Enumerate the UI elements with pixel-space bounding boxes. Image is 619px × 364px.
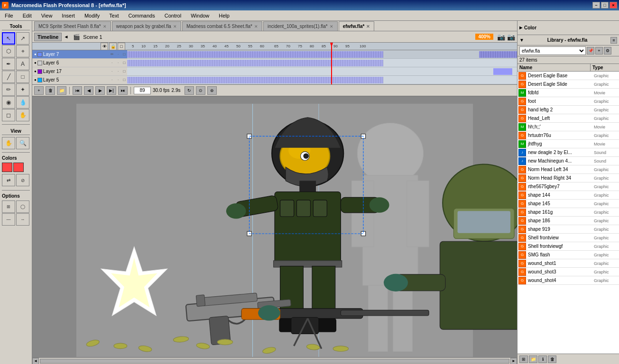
lib-item[interactable]: Ghand leftg 2Graphic bbox=[517, 106, 619, 114]
lock-column-header[interactable]: 🔒 bbox=[109, 43, 117, 50]
lib-item[interactable]: ♪new Machinegun 4...Sound bbox=[517, 157, 619, 165]
outline-column-header[interactable]: □ bbox=[118, 43, 125, 50]
lib-item[interactable]: Gwound_shot3Graphic bbox=[517, 268, 619, 276]
tab-close-efwfw[interactable]: ✕ bbox=[366, 24, 370, 29]
lib-item[interactable]: GSMG flashGraphic bbox=[517, 251, 619, 259]
menu-help[interactable]: Help bbox=[216, 12, 232, 19]
tab-close-mc9[interactable]: ✕ bbox=[103, 24, 107, 29]
lib-item[interactable]: GDesert Eagle SlideGraphic bbox=[517, 80, 619, 89]
snap-option[interactable]: ⊞ bbox=[2, 200, 15, 213]
frame-number-input[interactable]: 89 bbox=[134, 87, 151, 94]
brush-tool[interactable]: ✦ bbox=[16, 83, 29, 96]
pen-tool[interactable]: ✒ bbox=[2, 58, 15, 70]
menu-file[interactable]: File bbox=[2, 12, 16, 19]
layer-outline-17[interactable]: □ bbox=[121, 69, 127, 74]
lib-item[interactable]: MjhtfhygMovie bbox=[517, 140, 619, 148]
layer-row-5[interactable]: ● Layer 5 · · □ bbox=[32, 76, 127, 84]
lib-item[interactable]: ♪new deagle 2 by El...Sound bbox=[517, 148, 619, 157]
layer-outline-5[interactable]: □ bbox=[121, 77, 127, 83]
lib-new-symbol-button[interactable]: ⊞ bbox=[519, 355, 528, 363]
layer-visible-6[interactable]: · bbox=[109, 60, 115, 66]
menu-text[interactable]: Text bbox=[106, 12, 121, 19]
layer-visible-5[interactable]: · bbox=[109, 77, 115, 83]
menu-commands[interactable]: Commands bbox=[125, 12, 157, 19]
layer-lock-17[interactable]: · bbox=[115, 69, 121, 74]
lib-config-button[interactable]: ⚙ bbox=[604, 47, 611, 55]
pencil-tool[interactable]: ✏ bbox=[2, 83, 15, 96]
rect-tool[interactable]: □ bbox=[16, 71, 29, 83]
timeline-title[interactable]: Timeline bbox=[34, 33, 62, 41]
hand-tool[interactable]: ✋ bbox=[16, 109, 29, 121]
camera-icon1[interactable]: 📷 bbox=[497, 33, 505, 41]
fill-color[interactable] bbox=[13, 163, 24, 172]
layer-outline-7[interactable]: □ bbox=[121, 52, 127, 57]
eyedrop-tool[interactable]: 💧 bbox=[16, 96, 29, 109]
onion-skin-button[interactable]: ⊙ bbox=[196, 86, 205, 95]
frame-row-layer7[interactable] bbox=[127, 50, 517, 59]
scale-option[interactable]: ↔ bbox=[16, 213, 29, 226]
hand-view-tool[interactable]: ✋ bbox=[2, 137, 15, 149]
layer-lock-6[interactable]: · bbox=[115, 60, 121, 66]
add-folder-button[interactable]: 📁 bbox=[57, 86, 66, 95]
lib-item[interactable]: GShell frontviewgfGraphic bbox=[517, 242, 619, 251]
swap-colors[interactable]: ⇄ bbox=[2, 174, 15, 186]
lib-item[interactable]: Gwound_shot4Graphic bbox=[517, 276, 619, 285]
menu-insert[interactable]: Insert bbox=[59, 12, 78, 19]
camera-icon2[interactable]: 📷 bbox=[507, 33, 515, 41]
subselect-tool[interactable]: ↗ bbox=[16, 32, 29, 45]
lib-item[interactable]: GHead_LeftGraphic bbox=[517, 114, 619, 123]
lib-item[interactable]: Mhh;h;;'Movie bbox=[517, 123, 619, 131]
last-frame-button[interactable]: ⏭ bbox=[118, 86, 128, 95]
frame-row-layer17[interactable] bbox=[127, 67, 517, 76]
tab-weapon[interactable]: weapon pack by grabel.fla ✕ bbox=[112, 21, 181, 31]
layer-row-7[interactable]: ● Layer 7 ✏ · □ bbox=[32, 50, 127, 59]
free-transform-tool[interactable]: ⬡ bbox=[2, 45, 15, 57]
no-color[interactable]: ⊘ bbox=[16, 174, 29, 186]
prev-frame-button[interactable]: ◀ bbox=[84, 86, 93, 95]
hscroll-right[interactable]: ► bbox=[510, 358, 517, 364]
tab-madness[interactable]: Madness combat 6.5 Sheet.fla* ✕ bbox=[182, 21, 262, 31]
onion-outline-button[interactable]: ⊚ bbox=[207, 86, 217, 95]
zoom-tool[interactable]: 🔍 bbox=[16, 137, 29, 149]
loop-button[interactable]: ↻ bbox=[185, 86, 194, 95]
nav-left[interactable]: ◄ bbox=[64, 34, 68, 39]
library-arrow[interactable]: ▼ bbox=[519, 37, 524, 43]
lib-new-folder-button[interactable]: 📁 bbox=[529, 355, 537, 363]
first-frame-button[interactable]: ⏮ bbox=[73, 86, 82, 95]
close-button[interactable]: × bbox=[610, 2, 617, 9]
library-items[interactable]: GDesert Eagle BaseGraphicGDesert Eagle S… bbox=[517, 72, 619, 354]
maximize-button[interactable]: □ bbox=[601, 2, 609, 9]
color-arrow[interactable]: ▶ bbox=[519, 26, 522, 30]
line-tool[interactable]: ╱ bbox=[2, 71, 15, 83]
arrow-tool[interactable]: ↖ bbox=[2, 32, 15, 45]
lib-col-name-header[interactable]: Name bbox=[517, 64, 591, 71]
eye-column-header[interactable]: 👁 bbox=[101, 43, 108, 50]
lib-pin-button[interactable]: 📌 bbox=[587, 47, 594, 55]
straighten-option[interactable]: — bbox=[2, 213, 15, 226]
lib-item[interactable]: Gshape 919Graphic bbox=[517, 225, 619, 234]
menu-view[interactable]: View bbox=[38, 12, 55, 19]
layer-visible-7[interactable]: ✏ bbox=[109, 52, 115, 57]
layer-lock-7[interactable]: · bbox=[115, 52, 121, 57]
menu-control[interactable]: Control bbox=[162, 12, 184, 19]
layer-visible-17[interactable]: · bbox=[109, 69, 115, 74]
lib-item[interactable]: GNorm Head Left 34Graphic bbox=[517, 165, 619, 174]
stage-hscroll[interactable]: ◄ ► bbox=[32, 357, 517, 364]
lib-item[interactable]: Gshape 161gGraphic bbox=[517, 208, 619, 217]
lib-item[interactable]: Ghrtuutrr76uGraphic bbox=[517, 131, 619, 140]
frames-area[interactable]: 5 10 15 20 25 30 35 40 45 50 55 60 65 70 bbox=[127, 43, 517, 84]
layer-lock-5[interactable]: · bbox=[115, 77, 121, 83]
lib-item[interactable]: Gshape 145Graphic bbox=[517, 200, 619, 208]
tab-efwfw[interactable]: efwfw.fla* ✕ bbox=[339, 21, 375, 31]
stroke-color[interactable] bbox=[2, 163, 12, 172]
lib-item[interactable]: GNorm Head Right 34Graphic bbox=[517, 174, 619, 182]
lib-new-button[interactable]: + bbox=[595, 47, 603, 55]
stage-area[interactable]: ◄ ► bbox=[32, 97, 517, 364]
lib-col-type-header[interactable]: Type bbox=[591, 64, 619, 71]
layer-row-17[interactable]: ● Layer 17 · · □ bbox=[32, 67, 127, 76]
lib-item[interactable]: GfootGraphic bbox=[517, 97, 619, 106]
smooth-option[interactable]: ◯ bbox=[16, 200, 29, 213]
frame-row-layer6[interactable] bbox=[127, 59, 517, 67]
lib-item[interactable]: Grthe5675gbey7Graphic bbox=[517, 182, 619, 191]
minimize-button[interactable]: − bbox=[592, 2, 600, 9]
